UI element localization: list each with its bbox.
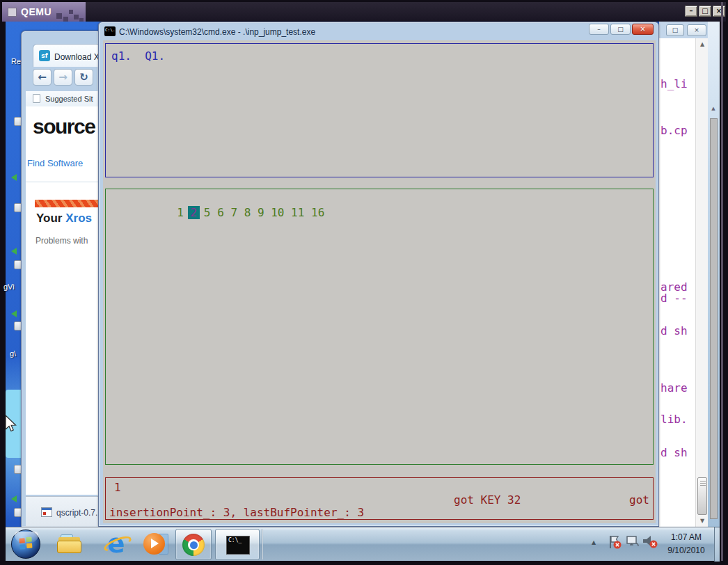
qemu-titlebar[interactable]: QEMU – □ × xyxy=(2,2,726,22)
desktop-icon-label[interactable]: Re xyxy=(11,57,21,65)
show-desktop-button[interactable] xyxy=(714,527,720,562)
downloads-bar: qscript-0.7. xyxy=(26,496,99,527)
browser-tab[interactable]: sf Download X xyxy=(33,44,99,67)
titlebar-pixel-decoration xyxy=(69,10,73,14)
cmd-icon: C:\. xyxy=(104,26,116,36)
download-item[interactable]: qscript-0.7. xyxy=(56,508,97,518)
network-icon[interactable] xyxy=(625,535,640,549)
desktop-icon-label[interactable]: g\ xyxy=(10,349,16,358)
editor-text-fragment: hare xyxy=(660,382,688,395)
heading-highlight: Xros xyxy=(65,212,92,225)
qemu-maximize-button[interactable]: □ xyxy=(699,6,711,17)
clock-time: 1:07 AM xyxy=(657,531,715,544)
taskbar-cmd-button[interactable]: C:\_ xyxy=(215,529,260,560)
volume-muted-icon[interactable] xyxy=(642,534,658,550)
scroll-down-arrow[interactable]: ▼ xyxy=(696,516,709,526)
titlebar-pixel-decoration xyxy=(56,13,62,19)
cmd-restore-button[interactable]: □ xyxy=(610,24,631,35)
clock-date: 9/10/2010 xyxy=(657,544,715,557)
shortcut-arrow-icon xyxy=(11,248,17,255)
page-icon xyxy=(33,94,40,103)
taskbar-explorer-button[interactable] xyxy=(57,533,82,555)
mouse-cursor xyxy=(4,415,19,436)
refresh-button[interactable]: ↻ xyxy=(74,69,93,86)
scroll-up-arrow[interactable]: ▲ xyxy=(709,105,718,112)
titlebar-pixel-decoration xyxy=(74,15,79,19)
cmd-close-button[interactable]: × xyxy=(632,24,654,35)
qemu-close-button[interactable]: × xyxy=(713,6,725,17)
editor-text-fragment: d -- xyxy=(660,292,688,305)
editor-text-fragment: d sh xyxy=(660,325,688,337)
console-number-line: 1 2 5 6 7 8 9 10 11 16 xyxy=(110,194,324,231)
sourceforge-favicon: sf xyxy=(39,50,50,61)
browser-window: sf Download X ← → ↻ Suggested Sit source… xyxy=(21,31,99,527)
start-button[interactable] xyxy=(11,530,40,559)
log-key-text: got KEY 32 xyxy=(454,494,521,507)
browser-tab-title: Download X xyxy=(54,52,99,62)
editor-text-fragment: d sh xyxy=(660,447,688,459)
console-pane-middle: 1 2 5 6 7 8 9 10 11 16 xyxy=(105,189,654,465)
taskbar-ie-button[interactable]: e xyxy=(103,529,134,559)
log-pointers-text: insertionPoint_: 3, lastBufPointer_: 3 xyxy=(109,507,364,519)
scroll-up-arrow[interactable]: ▲ xyxy=(696,40,709,49)
find-software-link[interactable]: Find Software xyxy=(27,158,83,168)
qemu-host-window: QEMU – □ × Re gVi g\ sf Download X ← → ↻ xyxy=(0,0,728,565)
bookmarks-bar: Suggested Sit xyxy=(26,91,99,106)
chrome-icon xyxy=(182,534,205,556)
divider xyxy=(26,182,99,182)
orb-gloss xyxy=(15,532,38,543)
download-file-icon-bar xyxy=(42,508,52,510)
scrollbar-thumb-grips xyxy=(700,481,706,487)
editor-text-fragment: h_li xyxy=(660,78,688,90)
shortcut-arrow-icon xyxy=(11,310,17,317)
taskbar-wmp-button[interactable] xyxy=(143,533,171,555)
qemu-window-icon xyxy=(8,8,17,17)
cmd-title: C:\Windows\system32\cmd.exe - .\inp_jump… xyxy=(119,27,315,37)
cmd-taskbar-icon: C:\_ xyxy=(226,536,250,555)
cmd-console[interactable]: q1. Q1. 1 2 5 6 7 8 9 10 11 16 1 got KEY… xyxy=(103,40,656,523)
back-button[interactable]: ← xyxy=(33,69,52,86)
taskbar-clock[interactable]: 1:07 AM 9/10/2010 xyxy=(657,531,715,557)
play-icon xyxy=(151,539,159,548)
scrollbar-thumb[interactable] xyxy=(697,477,707,515)
scrollbar-thumb[interactable] xyxy=(710,118,718,519)
promo-banner xyxy=(35,200,99,207)
folder-front xyxy=(57,541,81,553)
taskbar-separator xyxy=(262,529,262,559)
desktop-icon-label[interactable]: gVi xyxy=(3,282,15,291)
page-paragraph: Problems with xyxy=(35,236,88,246)
qemu-minimize-button[interactable]: – xyxy=(685,6,697,17)
editor-text-fragment: lib. xyxy=(660,413,688,426)
editor-close-button[interactable]: × xyxy=(687,24,706,36)
taskbar: e C:\_ ▲ xyxy=(6,527,720,561)
console-pane-top: q1. Q1. xyxy=(105,43,654,177)
log-got-text: got xyxy=(629,494,649,507)
download-file-icon xyxy=(41,507,52,517)
cmd-titlebar[interactable]: C:\. C:\Windows\system32\cmd.exe - .\inp… xyxy=(99,22,659,40)
download-file-icon-dot xyxy=(43,512,46,515)
shortcut-arrow-icon xyxy=(11,174,17,181)
numbers-after: 5 6 7 8 9 10 11 16 xyxy=(197,206,324,219)
forward-button[interactable]: → xyxy=(54,69,72,86)
editor-frame-scroll-strip[interactable]: ▲ xyxy=(708,22,720,527)
editor-window: □ × h_li b.cp ared d -- d sh hare lib. d… xyxy=(659,22,720,527)
action-center-icon[interactable] xyxy=(607,534,622,550)
browser-page-content: source Find Software Your Xros Problems … xyxy=(26,106,99,495)
cmd-window: C:\. C:\Windows\system32\cmd.exe - .\inp… xyxy=(98,22,659,527)
editor-scrollbar[interactable]: ▲ ▼ xyxy=(695,38,708,527)
taskbar-chrome-button[interactable] xyxy=(175,529,212,560)
shortcut-arrow-icon xyxy=(11,495,17,502)
titlebar-pixel-decoration xyxy=(63,17,68,22)
wmp-icon xyxy=(143,533,165,555)
page-heading: Your Xros xyxy=(36,212,92,225)
qemu-title: QEMU xyxy=(21,6,52,17)
tray-expand-button[interactable]: ▲ xyxy=(589,539,599,547)
log-line1: 1 xyxy=(114,482,121,494)
cmd-minimize-button[interactable]: – xyxy=(589,24,609,35)
bookmark-suggested-sites[interactable]: Suggested Sit xyxy=(45,95,93,103)
editor-text-fragment: b.cp xyxy=(660,125,688,137)
qemu-frame-edge xyxy=(721,2,723,561)
heading-prefix: Your xyxy=(36,212,65,225)
sourceforge-logo: source xyxy=(33,115,95,138)
editor-restore-button[interactable]: □ xyxy=(666,24,684,36)
